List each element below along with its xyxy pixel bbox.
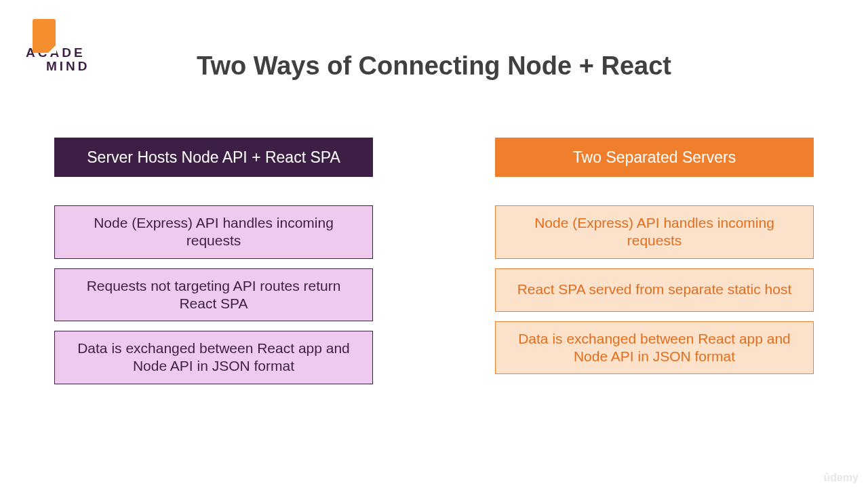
right-item-2: React SPA served from separate static ho… [495, 268, 814, 312]
columns-container: Server Hosts Node API + React SPA Node (… [0, 138, 868, 394]
left-item-2: Requests not targeting API routes return… [54, 268, 373, 322]
left-item-3: Data is exchanged between React app and … [54, 331, 373, 384]
right-item-3: Data is exchanged between React app and … [495, 321, 814, 375]
academind-logo: ACADE MIND [26, 19, 90, 73]
left-item-1: Node (Express) API handles incoming requ… [54, 205, 373, 259]
left-column: Server Hosts Node API + React SPA Node (… [54, 138, 373, 394]
right-item-1: Node (Express) API handles incoming requ… [495, 205, 814, 259]
logo-icon [33, 19, 56, 53]
slide-title: Two Ways of Connecting Node + React [0, 0, 868, 81]
right-column: Two Separated Servers Node (Express) API… [495, 138, 814, 394]
logo-line2: MIND [26, 60, 90, 73]
right-header: Two Separated Servers [495, 138, 814, 177]
left-header: Server Hosts Node API + React SPA [54, 138, 373, 177]
udemy-watermark: ûdemy [823, 472, 859, 484]
